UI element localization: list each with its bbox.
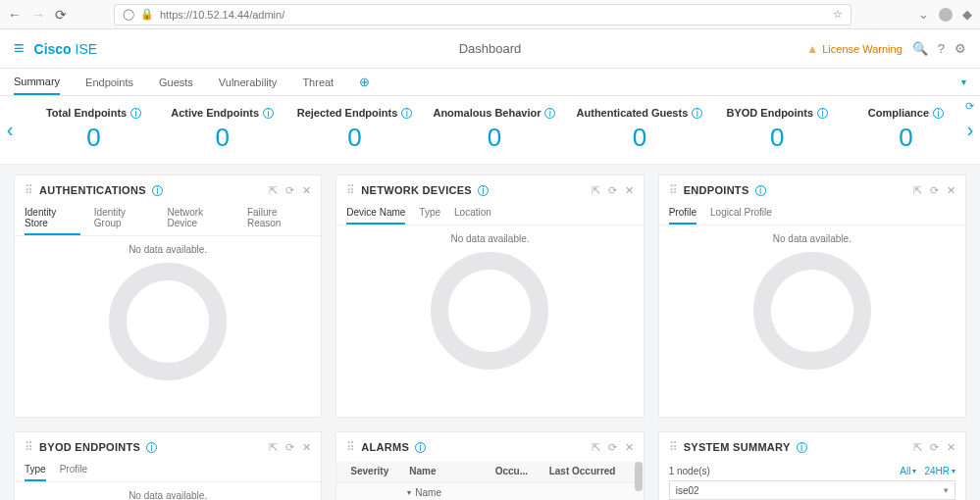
page-title: Dashboard [459, 41, 522, 56]
info-icon: i [692, 108, 702, 119]
filter-all[interactable]: All▾ [900, 466, 916, 476]
license-warning[interactable]: ▲ License Warning [806, 42, 902, 56]
col-occurrences[interactable]: Occu... [491, 464, 545, 478]
forward-button[interactable]: → [31, 7, 45, 23]
back-button[interactable]: ← [8, 7, 22, 23]
metric-byod-endpoints[interactable]: BYOD Endpointsi 0 [723, 107, 831, 153]
tab-vulnerability[interactable]: Vulnerability [219, 71, 278, 94]
subtab-identity-group[interactable]: Identity Group [94, 205, 154, 235]
add-tab-button[interactable]: ⊕ [359, 75, 370, 89]
filter-range[interactable]: 24HR▾ [924, 466, 955, 476]
node-select[interactable]: ise02 ▾ [669, 480, 955, 500]
metric-active-endpoints[interactable]: Active Endpointsi 0 [169, 107, 277, 153]
chevron-down-icon: ▾ [944, 485, 949, 495]
alarms-header-row: Severity Name Occu... Last Occurred [336, 462, 643, 483]
close-icon[interactable]: ✕ [625, 441, 634, 454]
tab-threat[interactable]: Threat [302, 71, 334, 94]
info-icon: i [130, 108, 141, 119]
subtab-location[interactable]: Location [454, 205, 491, 225]
close-icon[interactable]: ✕ [947, 441, 955, 454]
popout-icon[interactable]: ⇱ [592, 441, 600, 454]
search-icon[interactable]: 🔍 [912, 41, 928, 56]
close-icon[interactable]: ✕ [302, 441, 311, 454]
popout-icon[interactable]: ⇱ [592, 184, 600, 197]
donut-placeholder [109, 263, 227, 380]
refresh-icon[interactable]: ⟳ [930, 441, 939, 454]
info-icon[interactable]: i [755, 185, 766, 196]
info-icon[interactable]: i [797, 442, 807, 453]
info-icon[interactable]: i [152, 185, 163, 196]
browser-toolbar: ← → ⟳ ◯ 🔒 https://10.52.14.44/admin/ ☆ ⌄… [0, 0, 980, 29]
tabs-collapse-icon[interactable]: ▾ [961, 76, 966, 87]
drag-handle-icon[interactable]: ⠿ [25, 440, 33, 454]
bookmark-icon[interactable]: ☆ [833, 8, 843, 21]
tab-summary[interactable]: Summary [14, 70, 60, 95]
metric-compliance[interactable]: Compliancei 0 [851, 107, 959, 153]
reload-button[interactable]: ⟳ [55, 7, 67, 23]
pocket-icon[interactable]: ⌄ [918, 7, 929, 22]
drag-handle-icon[interactable]: ⠿ [669, 440, 678, 454]
popout-icon[interactable]: ⇱ [913, 441, 922, 454]
extension-icon[interactable] [939, 8, 953, 22]
info-icon[interactable]: i [146, 442, 157, 453]
info-icon: i [401, 108, 412, 119]
drag-handle-icon[interactable]: ⠿ [346, 183, 355, 197]
subtab-type[interactable]: Type [419, 205, 440, 225]
node-count: 1 node(s) [669, 466, 710, 476]
metric-total-endpoints[interactable]: Total Endpointsi 0 [40, 107, 148, 153]
menu-icon[interactable]: ≡ [14, 38, 25, 59]
subtab-logical-profile[interactable]: Logical Profile [710, 205, 772, 225]
scrollbar[interactable] [635, 462, 643, 491]
drag-handle-icon[interactable]: ⠿ [346, 440, 355, 454]
no-data-text: No data available. [129, 490, 207, 500]
subtab-profile[interactable]: Profile [60, 462, 87, 481]
metric-auth-guests[interactable]: Authenticated Guestsi 0 [577, 107, 703, 153]
subtab-profile[interactable]: Profile [669, 205, 696, 225]
extension2-icon[interactable]: ◆ [962, 7, 972, 22]
metric-rejected-endpoints[interactable]: Rejected Endpointsi 0 [297, 107, 413, 153]
tab-guests[interactable]: Guests [159, 71, 193, 94]
url-bar[interactable]: ◯ 🔒 https://10.52.14.44/admin/ ☆ [114, 4, 851, 25]
app-header: ≡ Cisco ISE Dashboard ▲ License Warning … [0, 29, 980, 69]
subtab-device-name[interactable]: Device Name [346, 205, 405, 225]
close-icon[interactable]: ✕ [947, 184, 955, 197]
card-alarms: ⠿ ALARMS i ⇱ ⟳ ✕ Severity Name Occu... L… [335, 431, 644, 500]
info-icon: i [263, 108, 274, 119]
card-authentications: ⠿ AUTHENTICATIONS i ⇱ ⟳ ✕ Identity Store… [14, 175, 322, 418]
help-icon[interactable]: ? [938, 41, 945, 56]
drag-handle-icon[interactable]: ⠿ [669, 183, 678, 197]
refresh-icon[interactable]: ⟳ [285, 184, 294, 197]
drag-handle-icon[interactable]: ⠿ [25, 183, 33, 197]
metrics-prev-button[interactable]: ‹ [0, 119, 20, 141]
tab-endpoints[interactable]: Endpoints [85, 71, 133, 94]
col-severity[interactable]: Severity [346, 464, 405, 478]
brand-ise: ISE [76, 41, 98, 57]
close-icon[interactable]: ✕ [625, 184, 634, 197]
col-name[interactable]: Name [405, 464, 490, 478]
col-last-occurred[interactable]: Last Occurred [545, 464, 634, 478]
refresh-icon[interactable]: ⟳ [285, 441, 294, 454]
card-byod-endpoints: ⠿ BYOD ENDPOINTS i ⇱ ⟳ ✕ Type Profile No… [14, 431, 322, 500]
alarm-filter-row[interactable]: ▾Name [336, 483, 643, 500]
url-text: https://10.52.14.44/admin/ [160, 9, 284, 21]
refresh-icon[interactable]: ⟳ [608, 441, 617, 454]
popout-icon[interactable]: ⇱ [269, 441, 278, 454]
metrics-next-button[interactable]: › [960, 96, 980, 164]
refresh-icon[interactable]: ⟳ [608, 184, 617, 197]
subtab-failure-reason[interactable]: Failure Reason [247, 205, 311, 235]
subtab-network-device[interactable]: Network Device [167, 205, 233, 235]
info-icon[interactable]: i [415, 442, 426, 453]
subtab-type[interactable]: Type [25, 462, 46, 481]
info-icon[interactable]: i [478, 185, 489, 196]
shield-icon: ◯ [123, 8, 134, 21]
close-icon[interactable]: ✕ [302, 184, 311, 197]
subtab-identity-store[interactable]: Identity Store [25, 205, 80, 235]
metrics-strip: ⟳ ‹ Total Endpointsi 0 Active Endpointsi… [0, 96, 980, 165]
metric-anomalous-behavior[interactable]: Anomalous Behaviori 0 [433, 107, 555, 153]
popout-icon[interactable]: ⇱ [913, 184, 922, 197]
popout-icon[interactable]: ⇱ [269, 184, 278, 197]
dashboard-tabs: Summary Endpoints Guests Vulnerability T… [0, 69, 980, 96]
refresh-icon[interactable]: ⟳ [930, 184, 939, 197]
gear-icon[interactable]: ⚙ [954, 41, 966, 56]
card-network-devices: ⠿ NETWORK DEVICES i ⇱ ⟳ ✕ Device Name Ty… [335, 175, 644, 418]
